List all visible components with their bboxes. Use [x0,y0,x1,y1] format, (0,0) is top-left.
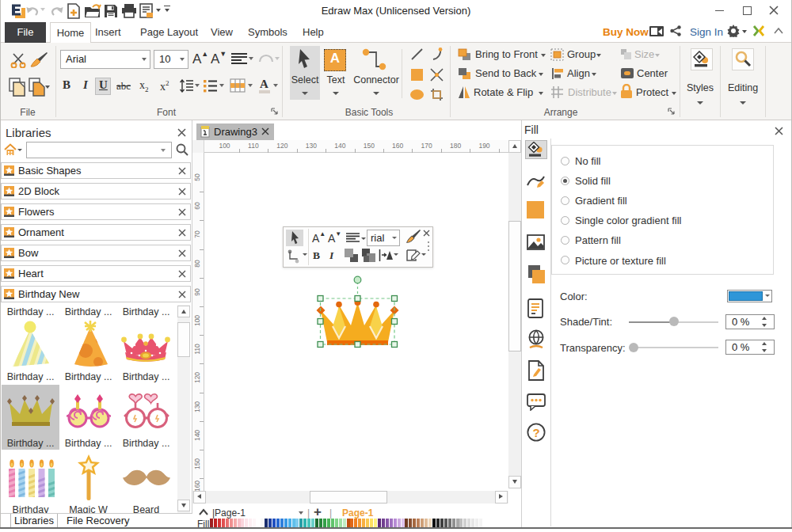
svg-text:?: ? [532,426,539,439]
